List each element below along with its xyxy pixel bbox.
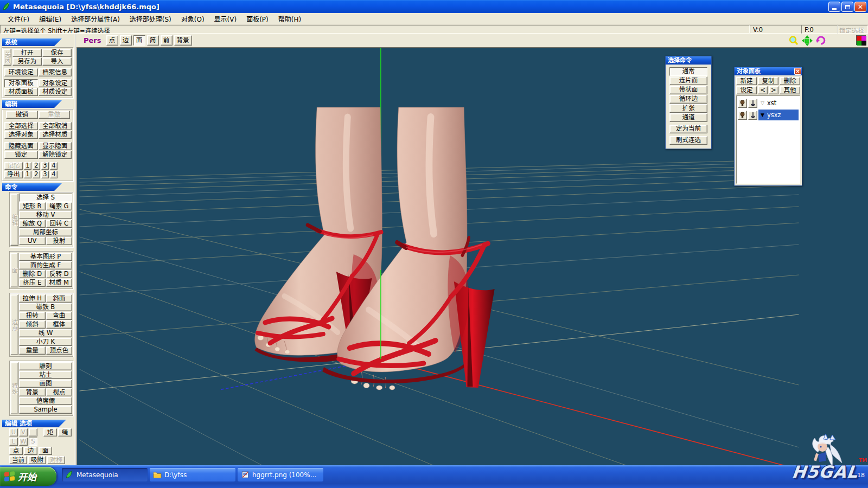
object-next-button[interactable]: >	[769, 86, 778, 94]
visibility-toggle[interactable]	[738, 111, 747, 120]
memory-slot-3[interactable]: 3	[41, 162, 49, 170]
menu-file[interactable]: 文件(F)	[3, 13, 34, 24]
carve-button[interactable]: 雕刻	[19, 362, 72, 370]
material-panel-button[interactable]: 材质面板	[4, 88, 38, 96]
sample-button[interactable]: Sample	[19, 406, 72, 414]
option-rect-button[interactable]: 矩	[43, 428, 57, 436]
object-panel-button[interactable]: 对象面板	[4, 79, 38, 87]
wire-button[interactable]: 线 W	[19, 329, 72, 337]
object-delete-button[interactable]: 删除	[780, 77, 800, 85]
object-new-button[interactable]: 新建	[736, 77, 757, 85]
memory-slot-1[interactable]: 1	[24, 162, 31, 170]
show-hidden-button[interactable]: 显示隐面	[39, 142, 72, 150]
background-view-button[interactable]: 背景	[174, 35, 192, 46]
rect-select-button[interactable]: 矩形 R	[19, 202, 46, 210]
import-button[interactable]: 导入	[42, 57, 72, 66]
start-button[interactable]: 开始	[0, 467, 56, 486]
restore-button[interactable]	[841, 2, 853, 12]
bend-button[interactable]: 弯曲	[46, 312, 73, 320]
option-current-button[interactable]: 当前	[9, 456, 27, 464]
menu-object[interactable]: 对象(O)	[177, 13, 209, 24]
title-bar[interactable]: Metasequoia [D:\yfss\khddjk66.mqo] ✕	[0, 0, 868, 13]
recall-button[interactable]: 呼出	[4, 171, 23, 178]
select-channel-button[interactable]: 通道	[669, 113, 707, 122]
option-snap-button[interactable]: 吸附	[28, 456, 46, 464]
plugin-button[interactable]: 値席儞	[19, 397, 72, 405]
local-coords-button[interactable]: 局部坐标	[19, 228, 72, 236]
object-other-button[interactable]: 其他	[780, 86, 800, 94]
invert-button[interactable]: 反转 D	[46, 270, 73, 278]
set-as-current-button[interactable]: 定为当前	[669, 125, 707, 133]
undo-button[interactable]: 撤销	[6, 111, 38, 119]
object-setting-button[interactable]: 设定	[736, 86, 757, 94]
show-edges-button[interactable]: 边	[120, 35, 132, 46]
clay-button[interactable]: 粘土	[19, 371, 72, 379]
create-face-button[interactable]: 面的生成 F	[19, 261, 72, 269]
visibility-toggle[interactable]	[738, 99, 747, 108]
primitive-button[interactable]: 基本图形 P	[19, 253, 72, 261]
recall-slot-3[interactable]: 3	[41, 171, 49, 178]
knife-button[interactable]: 小刀 K	[19, 338, 72, 346]
select-command-titlebar[interactable]: 选择命令	[666, 56, 711, 65]
magnet-button[interactable]: 磁铁 B	[19, 303, 72, 311]
vertex-color-button[interactable]: 顶点色	[46, 346, 73, 355]
save-as-button[interactable]: 另存为	[12, 57, 42, 66]
zoom-tool-button[interactable]	[788, 35, 799, 46]
task-metasequoia[interactable]: Metasequoia	[62, 468, 148, 481]
menu-panel[interactable]: 面板(P)	[242, 13, 273, 24]
weight-button[interactable]: 重量	[19, 346, 46, 355]
select-connected-button[interactable]: 连片面	[669, 76, 707, 85]
brush-select-button[interactable]: 刷式连选	[669, 136, 707, 145]
simple-display-button[interactable]: 简	[147, 35, 159, 46]
lock-toggle[interactable]	[748, 111, 757, 120]
scale-tool-button[interactable]: 缩放 Q	[19, 220, 46, 228]
memory-slot-2[interactable]: 2	[33, 162, 40, 170]
save-button[interactable]: 保存	[42, 49, 72, 57]
viewpoint-button[interactable]: 视点	[46, 388, 73, 396]
menu-edit[interactable]: 编辑(E)	[35, 13, 66, 24]
front-view-button[interactable]: 前	[161, 35, 173, 46]
object-list-item-ysxz[interactable]: ▼ ysxz	[738, 109, 799, 121]
task-folder[interactable]: D:\yfss	[150, 468, 235, 481]
move-tool-button[interactable]: 移动 V	[19, 211, 72, 219]
object-setting-button[interactable]: 对象设定	[39, 79, 72, 87]
option-edge-button[interactable]: 边	[24, 447, 37, 455]
bevel-button[interactable]: 斜面	[46, 294, 73, 303]
object-copy-button[interactable]: 复制	[758, 77, 778, 85]
open-button[interactable]: 打开	[12, 49, 42, 57]
show-points-button[interactable]: 点	[106, 35, 118, 46]
menu-selection-attr[interactable]: 选择部分属性(A)	[67, 13, 124, 24]
select-normal-button[interactable]: 通常	[669, 67, 707, 76]
object-prev-button[interactable]: <	[758, 86, 768, 94]
uv-button[interactable]: UV	[19, 237, 46, 245]
stretch-button[interactable]: 拉伸 H	[19, 294, 46, 303]
menu-view[interactable]: 显示(V)	[210, 13, 241, 24]
recall-slot-1[interactable]: 1	[24, 171, 31, 178]
memory-slot-4[interactable]: 4	[50, 162, 58, 170]
object-panel-close-button[interactable]: ×	[794, 68, 801, 75]
view-mode-label[interactable]: Pers	[84, 36, 101, 44]
deselect-all-button[interactable]: 全部取消	[39, 122, 72, 130]
lock-button[interactable]: 锁定	[4, 151, 38, 159]
delete-button[interactable]: 删除 D	[19, 270, 46, 278]
show-faces-button[interactable]: 面	[133, 35, 145, 46]
select-tool-button[interactable]: 选择 S	[19, 194, 72, 202]
twist-button[interactable]: 扭转	[19, 312, 46, 320]
lock-toggle[interactable]	[748, 99, 757, 108]
expand-triangle-icon[interactable]: ▼	[761, 112, 764, 118]
menu-selection-proc[interactable]: 选择部处理(S)	[125, 13, 176, 24]
environment-button[interactable]: 环境设定	[4, 68, 38, 76]
material-button[interactable]: 材质 M	[46, 279, 73, 287]
select-material-button[interactable]: 选择材质	[39, 131, 72, 139]
background-button[interactable]: 背景	[19, 388, 46, 396]
expand-triangle-icon[interactable]: ▽	[761, 100, 764, 106]
file-info-button[interactable]: 档案信息	[39, 68, 72, 76]
minimize-button[interactable]	[828, 2, 840, 12]
extrude-button[interactable]: 挤压 E	[19, 279, 46, 287]
select-belt-button[interactable]: 带状面	[669, 86, 707, 94]
object-panel-titlebar[interactable]: 对象面板 ×	[735, 67, 802, 75]
material-color-button[interactable]	[856, 35, 866, 45]
paint-button[interactable]: 画图	[19, 380, 72, 388]
lattice-button[interactable]: 框体	[46, 320, 73, 329]
rotate-tool-button[interactable]: 回转 C	[46, 220, 73, 228]
